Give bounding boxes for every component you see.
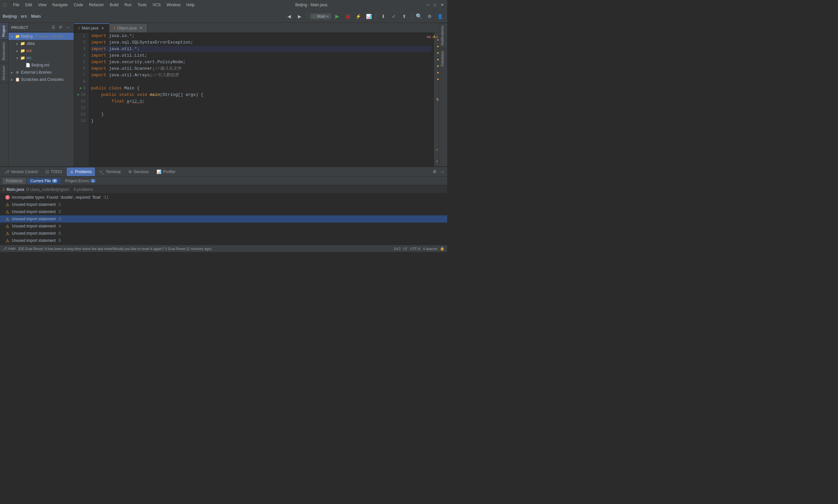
left-vtab-bookmarks[interactable]: Bookmarks [0,40,8,63]
panel-hide-button[interactable]: ─ [65,24,71,31]
coverage-button[interactable]: ⚡ [354,12,363,21]
tree-item-out[interactable]: ▸ 📁 out [8,47,74,54]
problems-subtab-project-label: Project Errors [65,179,89,183]
status-encoding[interactable]: UTF-8 [410,247,420,251]
menu-build[interactable]: Build [107,2,121,8]
tree-item-extlibs[interactable]: ▸ ⊕ External Libraries [8,69,74,76]
warning-stripe-1 [437,46,439,47]
tab-close-main[interactable]: ✕ [101,26,105,31]
tree-arrow-out: ▸ [15,49,19,53]
settings-button[interactable]: ⚙ [425,12,434,21]
code-content[interactable]: import java.io.*; import java.sql.SQLSyn… [88,33,434,166]
right-vtab-database[interactable]: Database [439,48,447,69]
tree-path-beijing: D:\Java_code\Bei [35,34,63,38]
left-vtab-structure[interactable]: Structure [0,63,8,84]
tree-item-scratches[interactable]: ▸ 📋 Scratches and Consoles [8,76,74,83]
tree-item-idea[interactable]: ▸ 📁 .idea [8,40,74,47]
bottom-tab-todo[interactable]: ☑ TODO [42,167,65,176]
status-bar: ⎇ main IDE Eval Reset: It has been a lon… [0,245,447,252]
menu-run[interactable]: Run [122,2,134,8]
title-bar: ⬡ File Edit View Navigate Code Refactor … [0,0,447,10]
project-panel-title: Project [11,25,28,30]
menu-edit[interactable]: Edit [22,2,35,8]
forward-button[interactable]: ▶ [295,12,304,21]
tree-item-src[interactable]: ▾ 📁 src [8,54,74,61]
problems-subtab-all[interactable]: Problems [3,178,26,184]
line-num-4: 4 [75,52,86,59]
close-button[interactable]: ✕ [440,3,445,7]
panel-settings-button[interactable]: ⚙ [57,24,64,31]
toolbar-sep-2 [376,13,376,20]
breadcrumb-src[interactable]: src [21,14,27,19]
menu-file[interactable]: File [11,2,22,8]
problem-item-w2[interactable]: ⚠ Unused import statement :2 [0,208,447,215]
code-line-10: public static void main(String[] args) { [91,92,431,98]
search-everywhere-button[interactable]: 🔍 [414,12,424,21]
line-num-6: 6 [75,66,86,72]
tree-arrow-beijing: ▾ [10,35,14,38]
menu-help[interactable]: Help [184,2,197,8]
bottom-tab-profiler[interactable]: 📊 Profiler [153,167,179,176]
problems-panel: J Main.java D:\Java_code\Beijing\src 9 p… [0,185,447,245]
bottom-settings-button[interactable]: ⚙ [431,168,438,175]
bottom-tab-version-control[interactable]: ⎇ Version Control [1,167,41,176]
warning-icon-3: ⚠ [5,217,10,221]
tab-main-java[interactable]: J Main.java ✕ [74,23,109,32]
code-editor[interactable]: 1 2 3 4 5 6 7 8 ▶ 9 ▶ 10 11 12 13 14 [74,33,439,166]
problem-item-w5[interactable]: ⚠ Unused import statement :5 [0,230,447,237]
bottom-tab-problems[interactable]: ⚠ Problems [67,167,95,176]
warning-stripe-3 [437,59,439,60]
status-lf[interactable]: LF [403,247,408,251]
problems-subtab-project[interactable]: Project Errors 1 [62,178,99,184]
bottom-tab-terminal[interactable]: >_ Terminal [96,167,124,176]
breadcrumb-file[interactable]: Main [31,14,41,19]
menu-view[interactable]: View [35,2,49,8]
status-lock-icon[interactable]: 🔒 [440,247,445,251]
menu-refactor[interactable]: Refactor [86,2,106,8]
problem-text-w4: Unused import statement [12,224,56,229]
problem-item-w4[interactable]: ⚠ Unused import statement :4 [0,222,447,230]
bottom-hide-button[interactable]: ─ [439,168,446,175]
menu-code[interactable]: Code [71,2,86,8]
debug-button[interactable]: 🐞 [343,12,352,21]
line-num-12: 12 [75,105,86,111]
panel-collapse-button[interactable]: ☰ [50,24,57,31]
vcs-update-button[interactable]: ⬇ [379,12,388,21]
problem-text-w3: Unused import statement [12,217,56,221]
status-indent[interactable]: 4 spaces [423,247,437,251]
bottom-tab-services[interactable]: ⚙ Services [125,167,152,176]
maximize-button[interactable]: □ [433,3,437,7]
status-git[interactable]: ⎇ main [3,247,16,251]
run-configuration[interactable]: ⬡ Main ▾ [310,14,331,19]
tab-close-object[interactable]: ✕ [139,26,143,31]
problem-item-w1[interactable]: ⚠ Unused import statement :1 [0,201,447,208]
run-button[interactable]: ▶ [333,12,342,21]
problem-item-w3[interactable]: ⚠ Unused import statement :3 [0,215,447,222]
project-errors-badge: 1 [90,179,95,183]
menu-navigate[interactable]: Navigate [50,2,70,8]
vcs-commit-button[interactable]: ✓ [389,12,398,21]
right-vtab-notifications[interactable]: Notifications [439,23,447,48]
menu-tools[interactable]: Tools [135,2,149,8]
problems-subtab-current[interactable]: Current File 9 [27,178,60,184]
problem-item-error[interactable]: ! Incompatible types. Found: 'double', r… [0,194,447,201]
status-position[interactable]: 14:2 [394,247,401,251]
vcs-push-button[interactable]: ⬆ [400,12,409,21]
account-button[interactable]: 👤 [435,12,445,21]
profiler-button[interactable]: 📊 [364,12,373,21]
left-vtab-project[interactable]: Project [0,23,8,40]
problem-text-error: Incompatible types. Found: 'double', req… [12,195,101,200]
line-num-2: 2 [75,39,86,46]
problem-item-w6[interactable]: ⚠ Unused import statement :6 [0,237,447,244]
breadcrumb-project[interactable]: Beijing [3,14,17,19]
tree-item-iml[interactable]: ▸ 📄 Beijing.iml [8,61,74,69]
menu-vcs[interactable]: VCS [150,2,163,8]
tree-item-beijing[interactable]: ▾ 📁 Beijing D:\Java_code\Bei [8,33,74,40]
minimize-button[interactable]: ─ [426,3,430,7]
menu-window[interactable]: Window [164,2,183,8]
folder-icon-idea: 📁 [20,41,25,46]
tab-object-java[interactable]: J Object.java ✕ [109,23,148,32]
warning-stripe-2 [437,52,439,54]
back-button[interactable]: ◀ [285,12,294,21]
problems-subtab-current-label: Current File [31,179,51,183]
